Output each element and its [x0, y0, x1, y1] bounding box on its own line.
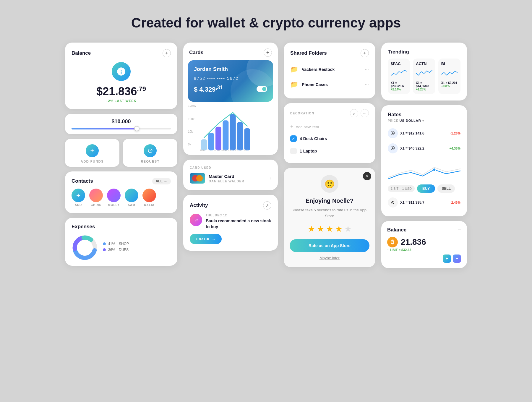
column-2: Cards + Jordan Smith 8752 •••• •••• 5672… [183, 43, 278, 268]
currency-dropdown-icon[interactable]: ▾ [422, 119, 424, 122]
folder-more-2[interactable]: ··· [365, 82, 369, 87]
mc-circle-orange [196, 175, 203, 181]
folder-item-2[interactable]: 📁 Phone Cases ··· [290, 77, 369, 92]
trending-change-actn: +1.26% [416, 88, 432, 91]
check-button[interactable]: CheCK → [190, 234, 222, 244]
expenses-title: Expenses [72, 224, 95, 230]
request-icon: ⊙ [144, 144, 157, 157]
add-new-label: Add new item [296, 125, 319, 129]
trending-items: $PAC X1 = $23,623.6 +2.14% ACTN X1 = $14… [388, 59, 460, 94]
cards-add-button[interactable]: + [264, 48, 272, 57]
card-holder-name: Jordan Smith [194, 66, 267, 72]
btc-change: ↑ 1 BIT = $32.35 [387, 248, 461, 252]
sell-button[interactable]: SELL [437, 184, 455, 193]
contact-dalia[interactable]: DALIA [142, 189, 156, 207]
balance-controls: + − [387, 255, 461, 263]
decoration-more-button[interactable]: ··· [361, 109, 369, 117]
folder-icon-1: 📁 [290, 66, 298, 73]
star-3[interactable]: ★ [326, 224, 333, 234]
balance-prev-button[interactable]: − [458, 226, 461, 233]
card-chevron-icon[interactable]: › [270, 176, 271, 181]
column-4: Trending $PAC X1 = $23,623.6 +2.14% ACTN [381, 43, 467, 268]
decoration-actions: ↙ ··· [350, 109, 369, 117]
svg-rect-9 [237, 122, 243, 150]
deco-item-laptop[interactable]: 1 Laptop [290, 145, 369, 157]
rate-change-1: -1.26% [450, 132, 460, 135]
actions-row: + ADD FUNDS ⊙ REQUEST [65, 139, 177, 167]
deco-item-chairs[interactable]: ✓ 4 Desk Chairs [290, 132, 369, 145]
rate-info-3: X1 = $11,395,7 [400, 200, 448, 205]
deco-checkbox-laptop[interactable] [290, 148, 297, 154]
trending-item-spac[interactable]: $PAC X1 = $23,623.6 +2.14% [388, 59, 410, 94]
balance-plus-button[interactable]: + [443, 255, 451, 263]
trending-price-spac: X1 = $23,623.6 [391, 81, 407, 88]
card-toggle[interactable] [257, 86, 267, 92]
activity-expand-button[interactable]: ↗ [263, 201, 271, 210]
contact-molly[interactable]: MOLLY [107, 189, 121, 207]
deco-checkbox-chairs[interactable]: ✓ [290, 135, 297, 142]
trending-item-actn[interactable]: ACTN X1 = $14,368.8 +1.26% [413, 59, 435, 94]
trending-ticker-spac: $PAC [391, 61, 407, 66]
trending-item-bi[interactable]: BI X1 = $9,201 +0.8% [438, 59, 460, 94]
trending-change-bi: +0.8% [441, 85, 458, 88]
currency-select[interactable]: US DOLLAR [400, 119, 421, 122]
maybe-later-link[interactable]: Maybe later [290, 256, 369, 260]
balance-minus-button[interactable]: − [453, 255, 461, 263]
rates-chart-area [388, 158, 460, 182]
buy-button[interactable]: BUY [417, 184, 435, 193]
shop-pct: 41% [108, 242, 115, 246]
rate-app-store-button[interactable]: Rate us on App Store [290, 239, 369, 252]
add-funds-label: ADD FUNDS [69, 160, 116, 163]
rate-info-2: X1 = $46,322.2 [400, 146, 447, 150]
request-label: REQUEST [126, 160, 174, 163]
trending-chart-spac [391, 67, 407, 79]
decoration-collapse-button[interactable]: ↙ [350, 109, 358, 117]
star-4[interactable]: ★ [335, 224, 343, 234]
folder-name-2: Phone Cases [302, 82, 361, 87]
trending-ticker-bi: BI [441, 61, 458, 66]
add-contact-icon[interactable]: + [72, 189, 85, 202]
folder-item-1[interactable]: 📁 Vackers Restock ··· [290, 62, 369, 77]
check-arrow-icon: → [212, 237, 216, 241]
decoration-card: DECORATION ↙ ··· + Add new item ✓ 4 Desk… [284, 103, 375, 163]
slider-card: $10.000 [65, 114, 177, 134]
star-5[interactable]: ★ [344, 224, 352, 234]
noelle-close-button[interactable]: × [363, 172, 371, 180]
star-1[interactable]: ★ [308, 224, 315, 234]
contact-sam[interactable]: SAM [125, 189, 138, 207]
shared-folders-add-button[interactable]: + [361, 49, 369, 57]
btc-amount: 21.836 [401, 237, 426, 247]
rate-value-1: X1 = $12,141.6 [400, 131, 448, 135]
activity-thumb-icon: ↗ [190, 214, 202, 226]
btc-balance-row: ₿ 21.836 [387, 237, 461, 247]
add-new-item-row[interactable]: + Add new item [290, 121, 369, 132]
shop-dot [103, 242, 106, 245]
rate-value-3: X1 = $11,395,7 [400, 200, 448, 205]
contact-add[interactable]: + ADD [72, 189, 85, 207]
bottom-balance-title: Balance [387, 227, 406, 233]
dues-pct: 36% [108, 248, 115, 252]
balance-card: Balance + $21.836,79 +2% LAST WEEK [65, 43, 177, 109]
svg-rect-5 [208, 133, 214, 150]
deco-item-name-laptop: 1 Laptop [300, 149, 317, 153]
slider-track[interactable] [72, 128, 171, 129]
add-funds-button[interactable]: + ADD FUNDS [65, 139, 119, 167]
shared-folders-title: Shared Folders [290, 50, 327, 56]
slider-thumb[interactable] [134, 126, 140, 131]
contacts-list: + ADD CHRIS MOLLY SAM DALIA [72, 189, 171, 207]
dues-dot [103, 248, 106, 251]
trending-change-spac: +2.14% [391, 88, 407, 91]
rate-avatar-2: Ⓐ [388, 143, 398, 153]
rate-value-2: X1 = $46,322.2 [400, 146, 447, 150]
balance-add-button[interactable]: + [163, 49, 171, 57]
contacts-all-button[interactable]: ALL → [152, 178, 171, 184]
column-1: Balance + $21.836,79 +2% LAST WEEK $10.0… [65, 43, 177, 268]
svg-point-18 [433, 168, 436, 171]
contact-chris[interactable]: CHRIS [89, 189, 103, 207]
folder-more-1[interactable]: ··· [365, 67, 369, 72]
rates-subtitle: PRICE US DOLLAR ▾ [388, 119, 460, 122]
request-button[interactable]: ⊙ REQUEST [123, 139, 177, 167]
trending-ticker-actn: ACTN [416, 61, 432, 66]
bottom-balance-card: Balance − ₿ 21.836 ↑ 1 BIT = $32.35 + − [381, 221, 467, 268]
star-2[interactable]: ★ [317, 224, 324, 234]
